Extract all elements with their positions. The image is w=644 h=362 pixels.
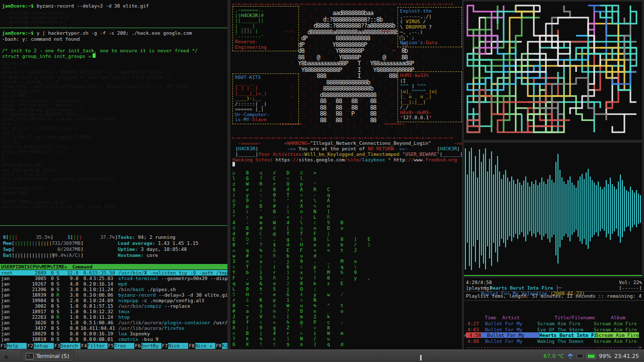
fkey-filter[interactable]: F4Filter	[80, 343, 107, 349]
volume-indicator[interactable]: Vol: 22%	[619, 280, 642, 285]
playlist-track[interactable]: >4:58Bullet For MyHearts Burst Into Fire…	[464, 332, 644, 338]
process-row[interactable]: jan188180S0.00.00:08.01cmatrix -bsu 9	[0, 336, 227, 342]
fkey-sortby[interactable]: F6SortBy	[134, 343, 161, 349]
process-row[interactable]: jan222630R1.00.10:11.24htop	[0, 314, 227, 320]
fkey-nice[interactable]: F8Nice +	[188, 343, 215, 349]
matrix-char: R	[313, 187, 320, 192]
process-row[interactable]: jan34370S0.010.411:04.41/usr/lib/aurora/…	[0, 325, 227, 331]
process-row[interactable]: jan30020S1.00.81:57.15/usr/bin/compiz --…	[0, 303, 227, 309]
ncmpcpp-window[interactable]: ─┤ Hearts Burst Into Fire ├─ 4:29/4:58 V…	[464, 278, 644, 349]
warning-text: /site/	[345, 157, 362, 162]
visualizer-bar	[509, 182, 510, 236]
visualizer-bar	[610, 177, 611, 240]
matrix-char	[307, 225, 313, 231]
matrix-char: E	[341, 281, 347, 286]
warning-text: -======-	[232, 140, 284, 146]
process-cell: 0	[46, 292, 54, 298]
visualizer-bar	[513, 180, 514, 237]
display-tray-icon[interactable]	[577, 353, 584, 359]
fkey-label: Nice -	[168, 343, 188, 349]
process-row[interactable]: jan30050S9.00.43:25.03xfce4-terminal --g…	[0, 276, 227, 281]
col-cpu[interactable]: CPU%	[30, 264, 41, 269]
matrix-char: ?	[260, 242, 266, 247]
box-line: |__|;|__|	[400, 100, 459, 105]
fkey-help[interactable]: F1Help	[0, 343, 27, 349]
ghost-line: group_info->nblocks = nblocks;	[2, 103, 191, 108]
matrix-char	[253, 236, 259, 242]
process-row[interactable]: jan36260S1.00.51:00.46/usr/lib/aurora/pl…	[0, 320, 227, 325]
fkey-search[interactable]: F3Search	[54, 343, 80, 349]
process-row[interactable]: root28890S32.00.615:35.50/usr/bin/X -nol…	[0, 270, 227, 276]
taskbar-window-button[interactable]: >_ Terminal (5)	[21, 350, 74, 362]
col-command[interactable]: Command	[67, 264, 93, 269]
playlist-track[interactable]: 4:08Bullet For MyWaking The DemonScream …	[464, 338, 644, 344]
process-cell: 3005	[29, 276, 46, 281]
pipe-segment	[618, 54, 636, 72]
col-ni[interactable]: NI	[21, 264, 27, 269]
battery-icon[interactable]	[587, 353, 596, 359]
col-mem[interactable]: MEM%	[41, 264, 53, 269]
text-cursor	[232, 162, 235, 166]
matrix-char	[293, 175, 300, 181]
matrix-char	[293, 341, 300, 347]
visualizer-bar	[596, 185, 597, 232]
pipes-screensaver-window[interactable]	[464, 2, 642, 140]
terminal-window-center[interactable]: =-=-=-=-=-=-=-=-=-=-=-=-=-=-=-=-=-=-=-=-…	[230, 0, 462, 349]
matrix-char	[253, 330, 259, 336]
col-time[interactable]: TIME+	[53, 264, 67, 269]
matrix-char: =	[273, 319, 280, 325]
fkey-kill[interactable]: F9Kill	[215, 343, 227, 349]
fkey-setup[interactable]: F2Setup	[27, 343, 53, 349]
header-title[interactable]: Title/Filename	[554, 315, 611, 320]
process-row[interactable]: jan189170S1.00.10:12.32tmux	[0, 309, 227, 314]
app-launcher-icon[interactable]	[3, 353, 10, 359]
matrix-row: A ( 9 g Z ' v 8	[232, 325, 374, 330]
terminal-window-left[interactable]: jan@core:~$ byzanz-record --delay=3 -d 3…	[0, 0, 227, 349]
cmd-basename: cmatrix	[118, 336, 138, 342]
visualizer-bar	[555, 162, 556, 255]
process-cell: 32.0	[62, 270, 78, 276]
track-title: Eye Of The Storm	[537, 327, 594, 332]
header-album[interactable]: Album	[611, 315, 625, 320]
playlist-track[interactable]: 4:03Bullet For MyEye Of The StormScream …	[464, 327, 644, 332]
matrix-char: L	[232, 286, 239, 292]
track-artist: Bullet For My	[481, 332, 539, 338]
visualizer-bar	[501, 179, 502, 239]
col-user[interactable]: USER	[0, 264, 13, 269]
header-artist[interactable]: Artist	[496, 315, 554, 320]
fkey-nice[interactable]: F7Nice -	[162, 343, 188, 349]
audio-visualizer-window[interactable]	[464, 143, 642, 277]
visualizer-bar	[570, 176, 571, 241]
clock[interactable]: 23:41.25	[614, 353, 639, 359]
process-row[interactable]: jan180290S0.00.00:16.19lua 3spooky	[0, 331, 227, 336]
process-row[interactable]: jan199840S2.00.10:24.69ncmpcpp -c .ncmpc…	[0, 298, 227, 303]
ghost-line: else {	[2, 122, 191, 126]
progress-indicator[interactable]: [------]	[619, 285, 642, 291]
fkey-tree[interactable]: F5Tree	[108, 343, 134, 349]
matrix-char	[239, 231, 246, 236]
matrix-char	[266, 242, 273, 247]
ghost-line: out_undo_partial_alloc:	[2, 168, 191, 172]
matrix-char	[239, 281, 246, 286]
playback-state[interactable]: [playing]	[466, 285, 492, 291]
matrix-char	[334, 242, 340, 247]
process-row[interactable]: jan192670S4.00.20:16.14mpd	[0, 281, 227, 287]
header-time[interactable]: Time	[481, 315, 496, 320]
matrix-char: d	[260, 225, 266, 231]
matrix-char	[307, 292, 313, 297]
playlist-track[interactable]: 4:27Bullet For MyScream Aim FireScream A…	[464, 321, 644, 326]
network-tray-icon[interactable]	[567, 353, 574, 359]
matrix-char: #	[273, 170, 280, 175]
taskbar: >_ Terminal (5) 67.0 °C 99% 23:41.25	[0, 349, 644, 362]
tmux-pane-separator[interactable]	[0, 28, 227, 28]
visualizer-bar	[527, 183, 528, 235]
matrix-char	[307, 170, 313, 175]
matrix-char: |	[260, 330, 266, 336]
ghost-line: group_info->ngroups = gidsetsize;	[2, 99, 191, 103]
htop-column-header[interactable]: USERPIDNISCPU%MEM%TIME+Command	[0, 264, 227, 269]
col-pid[interactable]: PID	[13, 264, 21, 269]
matrix-char	[266, 314, 273, 319]
process-row[interactable]: jan189390R3.00.30:00.06byzanz-record --d…	[0, 292, 227, 298]
process-row[interactable]: jan213960S3.00.10:11.24/bin/bash ./pipes…	[0, 287, 227, 292]
tmux-pane-separator[interactable]	[0, 225, 227, 226]
